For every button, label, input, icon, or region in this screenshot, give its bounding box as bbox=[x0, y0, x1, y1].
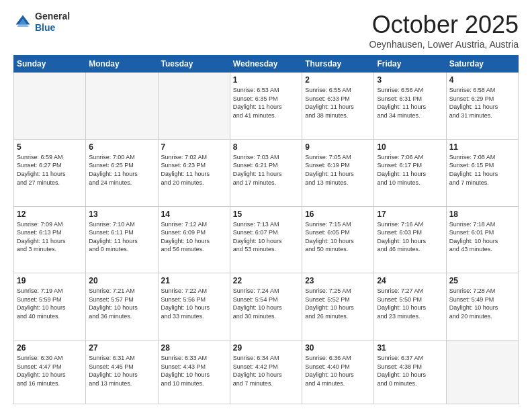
weekday-saturday: Saturday bbox=[446, 56, 518, 73]
calendar-cell: 2Sunrise: 6:55 AM Sunset: 6:33 PM Daylig… bbox=[302, 73, 374, 140]
calendar-cell: 16Sunrise: 7:15 AM Sunset: 6:05 PM Dayli… bbox=[302, 206, 374, 273]
day-info: Sunrise: 7:13 AM Sunset: 6:07 PM Dayligh… bbox=[233, 220, 299, 254]
day-info: Sunrise: 7:00 AM Sunset: 6:25 PM Dayligh… bbox=[89, 153, 154, 187]
calendar-cell: 18Sunrise: 7:18 AM Sunset: 6:01 PM Dayli… bbox=[446, 206, 518, 273]
weekday-thursday: Thursday bbox=[302, 56, 374, 73]
day-info: Sunrise: 7:24 AM Sunset: 5:54 PM Dayligh… bbox=[233, 287, 299, 320]
day-info: Sunrise: 7:22 AM Sunset: 5:56 PM Dayligh… bbox=[161, 287, 227, 320]
day-info: Sunrise: 6:58 AM Sunset: 6:29 PM Dayligh… bbox=[449, 86, 515, 120]
month-title: October 2025 bbox=[369, 11, 519, 39]
calendar-cell bbox=[14, 73, 86, 140]
day-info: Sunrise: 6:33 AM Sunset: 4:43 PM Dayligh… bbox=[161, 354, 227, 387]
calendar-cell: 29Sunrise: 6:34 AM Sunset: 4:42 PM Dayli… bbox=[230, 340, 302, 404]
day-number: 28 bbox=[161, 343, 227, 353]
day-info: Sunrise: 6:37 AM Sunset: 4:38 PM Dayligh… bbox=[377, 354, 443, 387]
day-number: 15 bbox=[233, 210, 299, 219]
weekday-monday: Monday bbox=[86, 56, 158, 73]
subtitle: Oeynhausen, Lower Austria, Austria bbox=[369, 39, 519, 50]
calendar-cell: 25Sunrise: 7:28 AM Sunset: 5:49 PM Dayli… bbox=[446, 273, 518, 340]
day-number: 11 bbox=[449, 142, 515, 152]
calendar-cell: 28Sunrise: 6:33 AM Sunset: 4:43 PM Dayli… bbox=[158, 340, 230, 404]
calendar-cell: 10Sunrise: 7:06 AM Sunset: 6:17 PM Dayli… bbox=[374, 139, 446, 206]
day-info: Sunrise: 7:06 AM Sunset: 6:17 PM Dayligh… bbox=[377, 153, 443, 187]
logo-general-text: General bbox=[35, 11, 70, 22]
day-number: 20 bbox=[89, 276, 154, 285]
calendar-cell bbox=[86, 73, 158, 140]
calendar-cell: 14Sunrise: 7:12 AM Sunset: 6:09 PM Dayli… bbox=[158, 206, 230, 273]
calendar-cell: 26Sunrise: 6:30 AM Sunset: 4:47 PM Dayli… bbox=[14, 340, 86, 404]
calendar-cell: 27Sunrise: 6:31 AM Sunset: 4:45 PM Dayli… bbox=[86, 340, 158, 404]
day-info: Sunrise: 7:12 AM Sunset: 6:09 PM Dayligh… bbox=[161, 220, 227, 254]
calendar-cell: 23Sunrise: 7:25 AM Sunset: 5:52 PM Dayli… bbox=[302, 273, 374, 340]
calendar-cell: 9Sunrise: 7:05 AM Sunset: 6:19 PM Daylig… bbox=[302, 139, 374, 206]
calendar-cell: 22Sunrise: 7:24 AM Sunset: 5:54 PM Dayli… bbox=[230, 273, 302, 340]
day-number: 17 bbox=[377, 210, 443, 219]
day-number: 27 bbox=[89, 343, 154, 353]
week-row-2: 5Sunrise: 6:59 AM Sunset: 6:27 PM Daylig… bbox=[14, 139, 519, 206]
day-number: 3 bbox=[377, 75, 443, 85]
calendar-cell: 4Sunrise: 6:58 AM Sunset: 6:29 PM Daylig… bbox=[446, 73, 518, 140]
day-number: 8 bbox=[233, 142, 299, 152]
day-info: Sunrise: 6:55 AM Sunset: 6:33 PM Dayligh… bbox=[305, 86, 371, 120]
calendar-cell: 15Sunrise: 7:13 AM Sunset: 6:07 PM Dayli… bbox=[230, 206, 302, 273]
day-number: 18 bbox=[449, 210, 515, 219]
day-info: Sunrise: 6:53 AM Sunset: 6:35 PM Dayligh… bbox=[233, 86, 299, 120]
day-info: Sunrise: 7:03 AM Sunset: 6:21 PM Dayligh… bbox=[233, 153, 299, 187]
day-number: 6 bbox=[89, 142, 154, 152]
calendar-cell: 30Sunrise: 6:36 AM Sunset: 4:40 PM Dayli… bbox=[302, 340, 374, 404]
title-block: October 2025 Oeynhausen, Lower Austria, … bbox=[369, 11, 519, 50]
logo-icon bbox=[13, 13, 32, 32]
day-number: 23 bbox=[305, 276, 371, 285]
day-info: Sunrise: 7:19 AM Sunset: 5:59 PM Dayligh… bbox=[17, 287, 83, 320]
calendar-cell bbox=[158, 73, 230, 140]
day-number: 25 bbox=[449, 276, 515, 285]
calendar-cell: 1Sunrise: 6:53 AM Sunset: 6:35 PM Daylig… bbox=[230, 73, 302, 140]
day-number: 19 bbox=[17, 276, 83, 285]
day-info: Sunrise: 7:18 AM Sunset: 6:01 PM Dayligh… bbox=[449, 220, 515, 254]
day-number: 16 bbox=[305, 210, 371, 219]
calendar-cell: 20Sunrise: 7:21 AM Sunset: 5:57 PM Dayli… bbox=[86, 273, 158, 340]
week-row-1: 1Sunrise: 6:53 AM Sunset: 6:35 PM Daylig… bbox=[14, 73, 519, 140]
day-number: 12 bbox=[17, 210, 83, 219]
day-info: Sunrise: 7:21 AM Sunset: 5:57 PM Dayligh… bbox=[89, 287, 154, 320]
day-number: 26 bbox=[17, 343, 83, 353]
day-number: 30 bbox=[305, 343, 371, 353]
day-info: Sunrise: 7:15 AM Sunset: 6:05 PM Dayligh… bbox=[305, 220, 371, 254]
day-info: Sunrise: 6:56 AM Sunset: 6:31 PM Dayligh… bbox=[377, 86, 443, 120]
weekday-wednesday: Wednesday bbox=[230, 56, 302, 73]
day-number: 31 bbox=[377, 343, 443, 353]
day-info: Sunrise: 7:25 AM Sunset: 5:52 PM Dayligh… bbox=[305, 287, 371, 320]
day-info: Sunrise: 7:28 AM Sunset: 5:49 PM Dayligh… bbox=[449, 287, 515, 320]
calendar-cell: 13Sunrise: 7:10 AM Sunset: 6:11 PM Dayli… bbox=[86, 206, 158, 273]
day-number: 21 bbox=[161, 276, 227, 285]
day-info: Sunrise: 6:34 AM Sunset: 4:42 PM Dayligh… bbox=[233, 354, 299, 387]
weekday-sunday: Sunday bbox=[14, 56, 86, 73]
calendar-cell: 7Sunrise: 7:02 AM Sunset: 6:23 PM Daylig… bbox=[158, 139, 230, 206]
week-row-3: 12Sunrise: 7:09 AM Sunset: 6:13 PM Dayli… bbox=[14, 206, 519, 273]
day-info: Sunrise: 6:31 AM Sunset: 4:45 PM Dayligh… bbox=[89, 354, 154, 387]
calendar-cell: 31Sunrise: 6:37 AM Sunset: 4:38 PM Dayli… bbox=[374, 340, 446, 404]
day-number: 14 bbox=[161, 210, 227, 219]
calendar-cell: 6Sunrise: 7:00 AM Sunset: 6:25 PM Daylig… bbox=[86, 139, 158, 206]
day-number: 22 bbox=[233, 276, 299, 285]
day-number: 24 bbox=[377, 276, 443, 285]
day-info: Sunrise: 7:16 AM Sunset: 6:03 PM Dayligh… bbox=[377, 220, 443, 254]
day-number: 10 bbox=[377, 142, 443, 152]
day-number: 5 bbox=[17, 142, 83, 152]
calendar-cell bbox=[446, 340, 518, 404]
day-info: Sunrise: 7:05 AM Sunset: 6:19 PM Dayligh… bbox=[305, 153, 371, 187]
calendar-cell: 5Sunrise: 6:59 AM Sunset: 6:27 PM Daylig… bbox=[14, 139, 86, 206]
week-row-4: 19Sunrise: 7:19 AM Sunset: 5:59 PM Dayli… bbox=[14, 273, 519, 340]
day-number: 1 bbox=[233, 75, 299, 85]
header: General Blue October 2025 Oeynhausen, Lo… bbox=[13, 11, 519, 50]
calendar-cell: 12Sunrise: 7:09 AM Sunset: 6:13 PM Dayli… bbox=[14, 206, 86, 273]
calendar-cell: 17Sunrise: 7:16 AM Sunset: 6:03 PM Dayli… bbox=[374, 206, 446, 273]
weekday-header-row: SundayMondayTuesdayWednesdayThursdayFrid… bbox=[14, 56, 519, 73]
day-info: Sunrise: 6:30 AM Sunset: 4:47 PM Dayligh… bbox=[17, 354, 83, 387]
calendar-cell: 11Sunrise: 7:08 AM Sunset: 6:15 PM Dayli… bbox=[446, 139, 518, 206]
day-info: Sunrise: 7:08 AM Sunset: 6:15 PM Dayligh… bbox=[449, 153, 515, 187]
calendar-cell: 8Sunrise: 7:03 AM Sunset: 6:21 PM Daylig… bbox=[230, 139, 302, 206]
week-row-5: 26Sunrise: 6:30 AM Sunset: 4:47 PM Dayli… bbox=[14, 340, 519, 404]
day-info: Sunrise: 7:10 AM Sunset: 6:11 PM Dayligh… bbox=[89, 220, 154, 254]
day-number: 9 bbox=[305, 142, 371, 152]
